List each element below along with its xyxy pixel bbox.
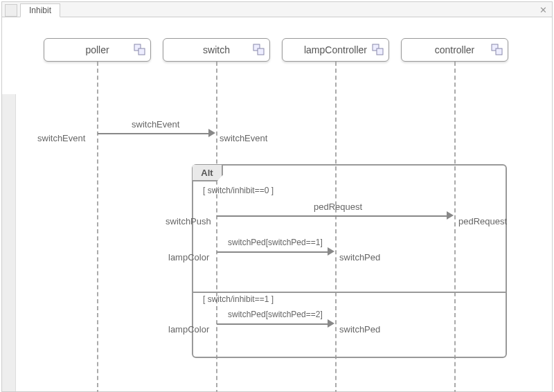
message-label-switchevent: switchEvent: [132, 119, 179, 130]
message-switchevent[interactable]: [98, 133, 208, 134]
lifeline-label: switch: [203, 44, 230, 55]
guard-1: [ switch/inhibit==0 ]: [203, 186, 274, 195]
lifeline-head-lampcontroller[interactable]: lampController: [282, 38, 389, 62]
close-icon[interactable]: ✕: [538, 5, 548, 15]
svg-rect-7: [496, 48, 502, 55]
svg-rect-5: [377, 48, 383, 55]
alt-operator-tag: Alt: [193, 165, 223, 181]
alt-label: Alt: [201, 168, 213, 178]
lifeline-object-icon: [372, 44, 384, 56]
lifeline-label: lampController: [304, 44, 367, 55]
message-pedrequest[interactable]: [217, 215, 447, 217]
lifeline-label: controller: [435, 44, 475, 55]
tab-label: Inhibit: [29, 6, 51, 15]
arrow-head-icon: [328, 247, 334, 256]
lifeline-head-controller[interactable]: controller: [401, 38, 508, 62]
message-start-label: lampColor: [168, 252, 209, 262]
message-label-pedrequest: pedRequest: [314, 202, 362, 212]
lifeline-label: poller: [85, 44, 109, 55]
message-label-switchped2: switchPed[switchPed==2]: [228, 310, 323, 319]
alt-divider: [193, 292, 506, 293]
guard-2: [ switch/inhibit==1 ]: [203, 294, 274, 304]
lifeline-object-icon: [253, 44, 265, 56]
tab-stub[interactable]: [5, 4, 17, 17]
tab-bar: Inhibit ✕: [2, 2, 552, 17]
arrow-head-icon: [328, 319, 334, 328]
message-label-switchped1: switchPed[switchPed==1]: [228, 238, 323, 247]
message-end-label: switchPed: [339, 324, 380, 335]
message-switchped1[interactable]: [217, 251, 328, 253]
diagram-frame: Inhibit ✕ poller switch lampController c…: [1, 1, 553, 392]
arrow-head-icon: [447, 211, 454, 220]
message-start-label: switchPush: [166, 216, 211, 226]
lifeline-poller[interactable]: [97, 62, 98, 392]
message-start-label: switchEvent: [37, 133, 85, 143]
message-end-label: switchEvent: [220, 133, 267, 143]
message-start-label: lampColor: [168, 324, 209, 335]
svg-rect-1: [138, 48, 145, 55]
message-end-label: pedRequest: [458, 216, 507, 226]
svg-rect-3: [258, 48, 264, 55]
message-end-label: switchPed: [339, 252, 380, 262]
lifeline-head-poller[interactable]: poller: [44, 38, 151, 62]
lifeline-object-icon: [491, 44, 503, 56]
lifeline-head-switch[interactable]: switch: [163, 38, 270, 62]
lifeline-object-icon: [134, 44, 146, 56]
sequence-canvas: poller switch lampController controller: [2, 17, 552, 391]
tab-inhibit[interactable]: Inhibit: [20, 3, 60, 17]
arrow-head-icon: [208, 129, 215, 137]
message-switchped2[interactable]: [217, 323, 328, 325]
